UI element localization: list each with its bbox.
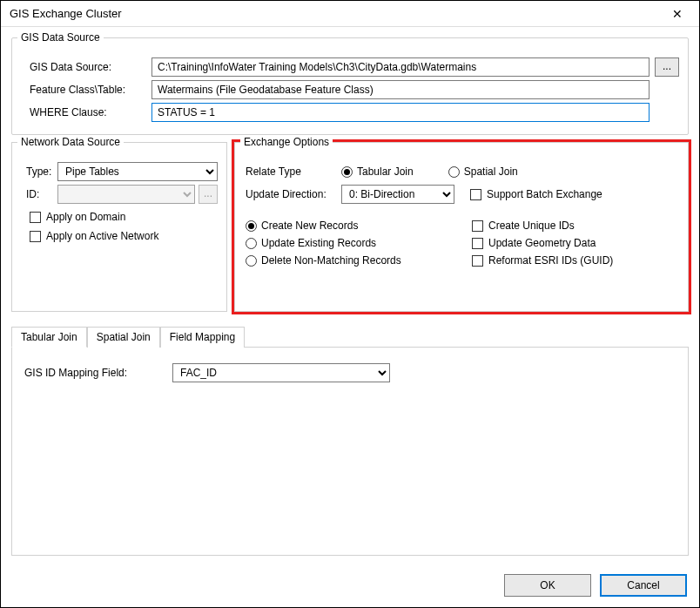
gis-data-source-group: GIS Data Source GIS Data Source: ... Fea… — [11, 37, 689, 135]
content-area: GIS Data Source GIS Data Source: ... Fea… — [1, 27, 699, 566]
update-existing-label: Update Existing Records — [261, 237, 376, 249]
gis-source-browse-button[interactable]: ... — [655, 57, 679, 77]
radio-icon — [246, 220, 257, 232]
gis-source-label: GIS Data Source: — [21, 61, 151, 73]
type-label: Type: — [21, 166, 57, 178]
tab-field-mapping[interactable]: Field Mapping — [160, 327, 245, 348]
delete-nonmatch-label: Delete Non-Matching Records — [261, 254, 401, 267]
reformat-esri-ids-checkbox[interactable]: Reformat ESRI IDs (GUID) — [472, 254, 677, 267]
gis-source-input[interactable] — [151, 57, 650, 77]
delete-nonmatching-records-radio[interactable]: Delete Non-Matching Records — [246, 254, 472, 267]
gis-source-legend: GIS Data Source — [17, 31, 104, 44]
checkbox-icon — [472, 255, 483, 267]
exchange-options-legend: Exchange Options — [240, 136, 333, 148]
update-geometry-checkbox[interactable]: Update Geometry Data — [472, 237, 677, 249]
checkbox-icon — [472, 220, 483, 232]
apply-on-domain-checkbox[interactable]: Apply on Domain — [30, 211, 218, 223]
checkbox-icon — [30, 231, 41, 242]
checkbox-icon — [472, 238, 483, 249]
network-data-source-group: Network Data Source Type: Pipe Tables ID… — [11, 142, 227, 312]
tabular-join-radio-label[interactable]: Tabular Join — [357, 166, 414, 178]
where-clause-label: WHERE Clause: — [21, 106, 151, 118]
radio-icon[interactable] — [341, 166, 353, 178]
radio-icon — [246, 255, 257, 267]
update-existing-records-radio[interactable]: Update Existing Records — [246, 237, 472, 249]
lower-area: Network Data Source Type: Pipe Tables ID… — [11, 142, 689, 312]
titlebar: GIS Exchange Cluster ✕ — [1, 1, 699, 27]
where-clause-input[interactable] — [151, 103, 650, 122]
create-new-records-radio[interactable]: Create New Records — [246, 220, 472, 232]
checkbox-icon — [30, 212, 41, 223]
exchange-options-group: Exchange Options Relate Type Tabular Joi… — [234, 142, 689, 312]
reformat-guid-label: Reformat ESRI IDs (GUID) — [488, 254, 613, 267]
relate-type-label: Relate Type — [246, 166, 341, 178]
tab-panel-tabular-join: GIS ID Mapping Field: FAC_ID — [11, 347, 689, 556]
create-unique-label: Create Unique IDs — [488, 220, 575, 232]
update-geom-label: Update Geometry Data — [488, 237, 596, 249]
network-source-legend: Network Data Source — [17, 136, 124, 148]
id-label: ID: — [21, 188, 57, 200]
id-browse-button: ... — [199, 185, 218, 204]
tab-spatial-join[interactable]: Spatial Join — [87, 327, 160, 348]
radio-icon — [246, 238, 257, 249]
update-direction-label: Update Direction: — [246, 188, 341, 200]
feature-class-label: Feature Class\Table: — [21, 84, 151, 96]
tab-strip: Tabular Join Spatial Join Field Mapping — [11, 326, 689, 347]
apply-active-label: Apply on Active Network — [46, 230, 158, 242]
apply-domain-label: Apply on Domain — [46, 211, 125, 223]
type-select[interactable]: Pipe Tables — [57, 162, 218, 181]
footer-buttons: OK Cancel — [504, 574, 687, 597]
tabs-area: Tabular Join Spatial Join Field Mapping … — [11, 326, 689, 556]
create-new-label: Create New Records — [261, 220, 358, 232]
cancel-button[interactable]: Cancel — [600, 574, 687, 597]
create-unique-ids-checkbox[interactable]: Create Unique IDs — [472, 220, 677, 232]
spatial-join-radio-label[interactable]: Spatial Join — [464, 166, 518, 178]
window-title: GIS Exchange Cluster — [10, 7, 122, 20]
checkbox-icon[interactable] — [470, 189, 481, 200]
support-batch-label[interactable]: Support Batch Exchange — [487, 188, 602, 200]
feature-class-input[interactable] — [151, 80, 650, 99]
gis-id-mapping-label: GIS ID Mapping Field: — [24, 367, 172, 379]
id-select — [57, 185, 195, 204]
radio-icon[interactable] — [448, 166, 460, 178]
apply-on-active-network-checkbox[interactable]: Apply on Active Network — [30, 230, 218, 242]
ok-button[interactable]: OK — [504, 574, 591, 597]
update-direction-select[interactable]: 0: Bi-Direction — [341, 185, 454, 204]
close-icon[interactable]: ✕ — [664, 7, 690, 21]
tab-tabular-join[interactable]: Tabular Join — [11, 327, 87, 348]
gis-id-mapping-select[interactable]: FAC_ID — [172, 363, 390, 382]
